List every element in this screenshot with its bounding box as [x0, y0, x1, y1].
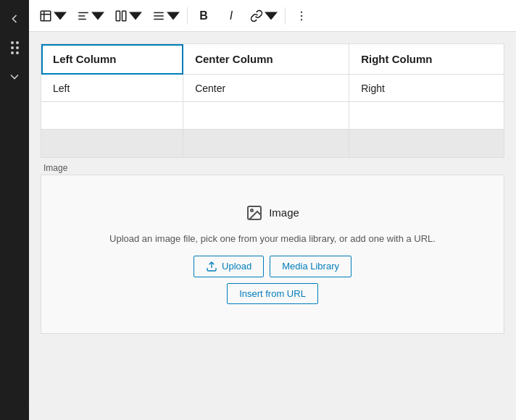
svg-point-15	[251, 209, 253, 211]
media-library-button[interactable]: Media Library	[270, 256, 351, 277]
add-block-button[interactable]	[6, 391, 26, 411]
table-cell[interactable]: Center	[183, 75, 349, 102]
chevron-down-button[interactable]	[1, 64, 28, 90]
more-options-button[interactable]	[288, 3, 315, 29]
table-row	[41, 102, 504, 130]
drag-handle-button[interactable]	[1, 35, 28, 61]
columns-button[interactable]	[110, 3, 146, 29]
image-block-actions: Upload Media Library Insert from URL	[194, 256, 351, 304]
toolbar: B I	[29, 0, 516, 32]
image-block-title-row: Image	[246, 204, 299, 222]
main-content: Left Column Center Column Right Column L…	[29, 32, 516, 420]
data-table: Left Column Center Column Right Column L…	[41, 44, 504, 157]
table-cell[interactable]: Left	[41, 75, 183, 102]
image-icon	[246, 204, 263, 222]
table-block: Left Column Center Column Right Column L…	[41, 43, 504, 158]
image-block-title-text: Image	[269, 206, 299, 219]
table-cell[interactable]	[349, 102, 504, 130]
upload-icon	[206, 261, 217, 272]
svg-rect-7	[122, 11, 126, 21]
bold-button[interactable]: B	[191, 3, 217, 29]
image-block-label: Image	[41, 161, 70, 175]
sidebar	[0, 0, 29, 420]
svg-rect-0	[41, 11, 51, 21]
link-button[interactable]	[246, 3, 282, 29]
table-header-right[interactable]: Right Column	[349, 44, 504, 75]
text-align-button[interactable]	[148, 3, 184, 29]
table-icon-button[interactable]	[35, 3, 71, 29]
table-header-center[interactable]: Center Column	[183, 44, 349, 75]
upload-button[interactable]: Upload	[194, 256, 264, 277]
svg-point-11	[301, 11, 302, 12]
toolbar-divider-2	[285, 7, 286, 25]
svg-point-13	[301, 19, 302, 20]
table-cell[interactable]	[183, 102, 349, 130]
table-cell[interactable]	[183, 130, 349, 157]
table-cell[interactable]	[41, 102, 183, 130]
align-left-button[interactable]	[72, 3, 109, 29]
chevron-left-button[interactable]	[1, 6, 28, 32]
table-row-last	[41, 130, 504, 157]
table-cell[interactable]	[41, 130, 183, 157]
image-block-description: Upload an image file, pick one from your…	[109, 233, 436, 244]
insert-from-url-button[interactable]: Insert from URL	[227, 283, 318, 304]
image-block: Image Upload an image file, pick one fro…	[41, 175, 504, 334]
table-cell[interactable]	[349, 130, 504, 157]
table-row: Left Center Right	[41, 75, 504, 102]
toolbar-divider-1	[187, 7, 188, 25]
table-cell[interactable]: Right	[349, 75, 504, 102]
italic-button[interactable]: I	[218, 3, 244, 29]
table-header-left[interactable]: Left Column	[41, 44, 183, 75]
svg-rect-6	[116, 11, 120, 21]
svg-point-12	[301, 14, 302, 16]
